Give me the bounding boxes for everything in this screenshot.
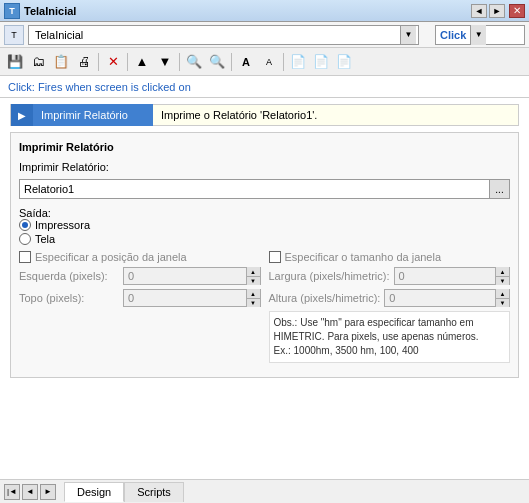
font2-icon[interactable]: A xyxy=(258,51,280,73)
delete-icon[interactable]: ✕ xyxy=(102,51,124,73)
screen-select-arrow[interactable]: ▼ xyxy=(400,26,416,44)
close-button[interactable]: ✕ xyxy=(509,4,525,18)
props-panel: Imprimir Relatório Imprimir Relatório: R… xyxy=(10,132,519,378)
search2-icon[interactable]: 🔍 xyxy=(206,51,228,73)
radio-impressora[interactable] xyxy=(19,219,31,231)
font1-icon[interactable]: A xyxy=(235,51,257,73)
tab-scripts[interactable]: Scripts xyxy=(124,482,184,502)
checkbox-col-left: Especificar a posição da janela Esquerda… xyxy=(19,251,261,363)
nav-buttons: |◄ ◄ ► xyxy=(0,484,60,500)
info-text: Click: Fires when screen is clicked on xyxy=(8,81,191,93)
top-spinner-row: Topo (pixels): 0 ▲ ▼ xyxy=(19,289,261,307)
top-value: 0 xyxy=(124,292,246,304)
report-field-row: Relatorio1 ... xyxy=(19,179,510,199)
props-title: Imprimir Relatório xyxy=(19,141,510,153)
top-spinners: ▲ ▼ xyxy=(246,289,260,307)
check-tamanho-row: Especificar o tamanho da janela xyxy=(269,251,511,263)
width-spinner-row: Largura (pixels/himetric): 0 ▲ ▼ xyxy=(269,267,511,285)
screen-select[interactable]: TelaInicial ▼ xyxy=(28,25,419,45)
print-icon[interactable]: 🖨 xyxy=(73,51,95,73)
height-spin-up[interactable]: ▲ xyxy=(495,289,509,298)
radio-tela-label: Tela xyxy=(35,233,55,245)
check-tamanho[interactable] xyxy=(269,251,281,263)
event-select-arrow[interactable]: ▼ xyxy=(470,25,486,45)
window-title: TelaInicial xyxy=(24,5,76,17)
title-bar: T TelaInicial ◄ ► ✕ xyxy=(0,0,529,22)
height-value: 0 xyxy=(385,292,495,304)
event-select[interactable]: Click ▼ xyxy=(435,25,525,45)
nav-prev-btn[interactable]: ◄ xyxy=(22,484,38,500)
tab-design[interactable]: Design xyxy=(64,482,124,502)
report-field[interactable]: Relatorio1 xyxy=(19,179,490,199)
check-posicao-row: Especificar a posição da janela xyxy=(19,251,261,263)
separator5 xyxy=(283,53,284,71)
tab-bar: Design Scripts xyxy=(60,482,184,502)
search1-icon[interactable]: 🔍 xyxy=(183,51,205,73)
height-field[interactable]: 0 ▲ ▼ xyxy=(384,289,510,307)
left-spinner-row: Esquerda (pixels): 0 ▲ ▼ xyxy=(19,267,261,285)
radio-tela[interactable] xyxy=(19,233,31,245)
radio-tela-row[interactable]: Tela xyxy=(19,233,510,245)
report-field-value: Relatorio1 xyxy=(20,183,489,195)
width-spin-up[interactable]: ▲ xyxy=(495,267,509,276)
checkbox-area: Especificar a posição da janela Esquerda… xyxy=(19,251,510,363)
icon-toolbar: 💾 🗂 📋 🖨 ✕ ▲ ▼ 🔍 🔍 A A 📄 📄 📄 xyxy=(0,48,529,76)
print-report-label: Imprimir Relatório: xyxy=(19,161,149,173)
left-value: 0 xyxy=(124,270,246,282)
open-icon[interactable]: 🗂 xyxy=(27,51,49,73)
nav-next-btn[interactable]: ► xyxy=(40,484,56,500)
height-spinners: ▲ ▼ xyxy=(495,289,509,307)
top-spin-down[interactable]: ▼ xyxy=(246,298,260,307)
left-label: Esquerda (pixels): xyxy=(19,270,119,282)
doc2-icon[interactable]: 📄 xyxy=(310,51,332,73)
radio-impressora-row[interactable]: Impressora xyxy=(19,219,510,231)
save-icon[interactable]: 💾 xyxy=(4,51,26,73)
separator4 xyxy=(231,53,232,71)
obs-line3: Ex.: 1000hm, 3500 hm, 100, 400 xyxy=(274,345,419,356)
toolbar-row: T TelaInicial ▼ Click ▼ xyxy=(0,22,529,48)
check-tamanho-label: Especificar o tamanho da janela xyxy=(285,251,442,263)
width-spin-down[interactable]: ▼ xyxy=(495,276,509,285)
obs-line1: Obs.: Use "hm" para especificar tamanho … xyxy=(274,317,474,328)
obs-line2: HIMETRIC. Para pixels, use apenas número… xyxy=(274,331,479,342)
width-field[interactable]: 0 ▲ ▼ xyxy=(394,267,510,285)
width-label: Largura (pixels/himetric): xyxy=(269,270,390,282)
copy-icon[interactable]: 📋 xyxy=(50,51,72,73)
separator3 xyxy=(179,53,180,71)
top-spin-up[interactable]: ▲ xyxy=(246,289,260,298)
move-up-icon[interactable]: ▲ xyxy=(131,51,153,73)
action-name: Imprimir Relatório xyxy=(33,104,153,126)
action-item[interactable]: ▶ Imprimir Relatório Imprime o Relatório… xyxy=(10,104,519,126)
separator1 xyxy=(98,53,99,71)
height-spin-down[interactable]: ▼ xyxy=(495,298,509,307)
nav-back-btn[interactable]: ◄ xyxy=(471,4,487,18)
check-posicao-label: Especificar a posição da janela xyxy=(35,251,187,263)
width-value: 0 xyxy=(395,270,495,282)
left-spinners: ▲ ▼ xyxy=(246,267,260,285)
top-field[interactable]: 0 ▲ ▼ xyxy=(123,289,261,307)
doc3-icon[interactable]: 📄 xyxy=(333,51,355,73)
radio-impressora-label: Impressora xyxy=(35,219,90,231)
obs-text: Obs.: Use "hm" para especificar tamanho … xyxy=(269,311,511,363)
nav-forward-btn[interactable]: ► xyxy=(489,4,505,18)
nav-first-btn[interactable]: |◄ xyxy=(4,484,20,500)
left-spin-up[interactable]: ▲ xyxy=(246,267,260,276)
saida-section: Saída: Impressora Tela xyxy=(19,207,510,245)
doc1-icon[interactable]: 📄 xyxy=(287,51,309,73)
height-spinner-row: Altura (pixels/himetric): 0 ▲ ▼ xyxy=(269,289,511,307)
left-field[interactable]: 0 ▲ ▼ xyxy=(123,267,261,285)
separator2 xyxy=(127,53,128,71)
saida-label: Saída: xyxy=(19,207,51,219)
height-label: Altura (pixels/himetric): xyxy=(269,292,381,304)
action-description: Imprime o Relatório 'Relatorio1'. xyxy=(153,107,325,123)
report-field-btn[interactable]: ... xyxy=(490,179,510,199)
status-bar: |◄ ◄ ► Design Scripts xyxy=(0,479,529,503)
left-spin-down[interactable]: ▼ xyxy=(246,276,260,285)
move-down-icon[interactable]: ▼ xyxy=(154,51,176,73)
check-posicao[interactable] xyxy=(19,251,31,263)
top-label: Topo (pixels): xyxy=(19,292,119,304)
print-report-row: Imprimir Relatório: xyxy=(19,161,510,173)
width-spinners: ▲ ▼ xyxy=(495,267,509,285)
event-select-label: Click xyxy=(436,29,470,41)
action-icon: ▶ xyxy=(11,104,33,126)
